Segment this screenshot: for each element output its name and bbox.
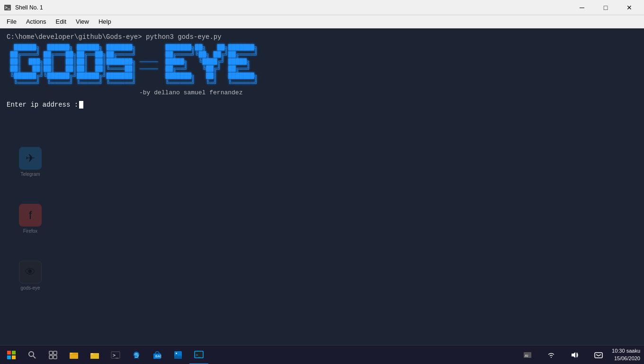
bg-app-firefox: f Firefox bbox=[19, 204, 42, 234]
svg-point-6 bbox=[29, 352, 34, 356]
svg-rect-3 bbox=[12, 351, 16, 355]
folder-button[interactable] bbox=[85, 346, 104, 364]
active-shell-button[interactable]: >_ bbox=[189, 346, 208, 364]
menu-edit[interactable]: Edit bbox=[51, 16, 71, 27]
telegram-label: Telegram bbox=[20, 172, 40, 177]
close-button[interactable]: ✕ bbox=[618, 0, 640, 15]
file-explorer-button[interactable] bbox=[64, 346, 83, 364]
svg-rect-9 bbox=[54, 351, 57, 355]
title-bar-title: Shell No. 1 bbox=[15, 4, 43, 11]
godseye-label: gods-eye bbox=[20, 285, 40, 291]
svg-rect-16 bbox=[91, 353, 93, 355]
task-view-button[interactable] bbox=[44, 346, 63, 364]
clock-area[interactable]: 10:30 saaku 15/06/2020 bbox=[612, 347, 640, 362]
svg-text:>_: >_ bbox=[196, 353, 201, 357]
sys-tray: AI bbox=[518, 346, 608, 364]
menu-file[interactable]: File bbox=[2, 16, 21, 27]
clock-date: 15/06/2020 bbox=[612, 355, 640, 362]
godseye-icon: 👁 bbox=[19, 261, 42, 283]
telegram-icon: ✈ bbox=[19, 147, 42, 170]
taskbar-right: AI bbox=[518, 346, 644, 364]
menu-view[interactable]: View bbox=[71, 16, 94, 27]
start-button[interactable] bbox=[2, 346, 21, 364]
author-line: -by dellano samuel fernandez bbox=[139, 89, 637, 96]
terminal-button[interactable]: >_ bbox=[106, 346, 125, 364]
command-line: C:\home\developer\github\Gods-eye> pytho… bbox=[7, 33, 637, 41]
clock-time: 10:30 saaku bbox=[612, 347, 640, 355]
firefox-icon: f bbox=[19, 204, 42, 227]
search-button[interactable] bbox=[23, 346, 42, 364]
terminal-area: ✈ Telegram f Firefox 👁 gods-eye C:\home\… bbox=[0, 28, 644, 345]
notification-icon[interactable] bbox=[589, 346, 608, 364]
svg-point-22 bbox=[176, 353, 177, 354]
title-bar-left: Shell No. 1 bbox=[4, 4, 43, 11]
maximize-button[interactable]: □ bbox=[595, 0, 617, 15]
svg-rect-4 bbox=[7, 355, 11, 359]
cursor bbox=[79, 101, 83, 109]
svg-rect-28 bbox=[595, 353, 602, 358]
network-icon[interactable] bbox=[542, 346, 561, 364]
svg-line-7 bbox=[33, 356, 36, 358]
svg-rect-13 bbox=[70, 353, 72, 354]
menu-help[interactable]: Help bbox=[94, 16, 116, 27]
taskbar-left: >_ BAG bbox=[0, 346, 208, 364]
menu-actions[interactable]: Actions bbox=[21, 16, 51, 27]
svg-text:>_: >_ bbox=[113, 353, 119, 358]
taskbar: >_ BAG bbox=[0, 345, 644, 364]
svg-rect-5 bbox=[12, 355, 16, 359]
photos-button[interactable] bbox=[169, 346, 188, 364]
title-bar: Shell No. 1 ─ □ ✕ bbox=[0, 0, 644, 15]
store-button[interactable]: BAG bbox=[148, 346, 167, 364]
bg-app-godseye: 👁 gods-eye bbox=[19, 261, 42, 291]
svg-rect-11 bbox=[54, 355, 57, 359]
sound-icon[interactable] bbox=[565, 346, 584, 364]
shell-icon bbox=[4, 4, 11, 11]
firefox-label: Firefox bbox=[23, 228, 38, 234]
bg-app-telegram: ✈ Telegram bbox=[19, 147, 42, 177]
prompt-text: Enter ip address : bbox=[7, 101, 78, 109]
language-button[interactable]: AI bbox=[518, 346, 537, 364]
ascii-art: ██████╗ ██████╗ ██████╗ ███████╗ ███████… bbox=[7, 45, 637, 87]
title-bar-controls: ─ □ ✕ bbox=[571, 0, 640, 15]
minimize-button[interactable]: ─ bbox=[571, 0, 593, 15]
svg-rect-2 bbox=[7, 351, 11, 355]
svg-rect-10 bbox=[49, 355, 53, 359]
menu-bar: File Actions Edit View Help bbox=[0, 15, 644, 28]
svg-rect-8 bbox=[49, 351, 53, 355]
svg-text:BAG: BAG bbox=[155, 355, 161, 358]
edge-button[interactable] bbox=[127, 346, 146, 364]
input-line: Enter ip address : bbox=[7, 101, 637, 109]
svg-marker-27 bbox=[572, 352, 575, 358]
svg-text:AI: AI bbox=[525, 354, 528, 358]
